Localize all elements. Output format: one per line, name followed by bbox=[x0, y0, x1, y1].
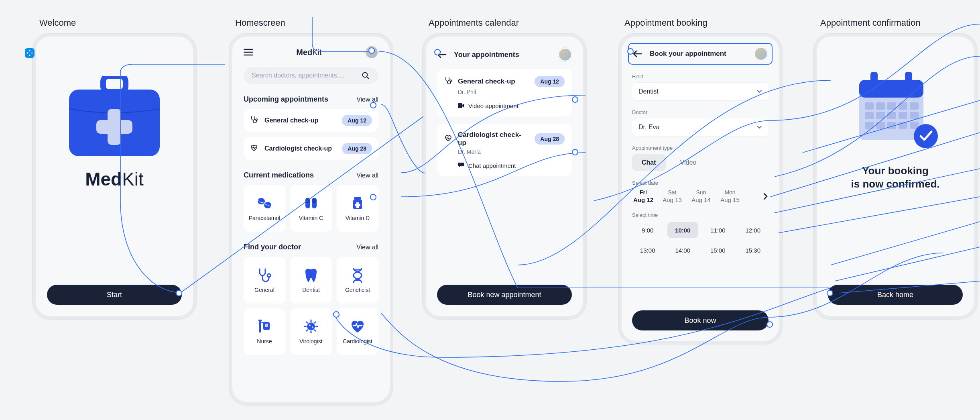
doctor-label: Geneticist bbox=[345, 287, 370, 293]
time-option[interactable]: 10:00 bbox=[667, 222, 699, 238]
time-option[interactable]: 13:00 bbox=[632, 242, 663, 258]
chevron-down-icon bbox=[756, 125, 762, 129]
svg-rect-57 bbox=[876, 112, 885, 119]
avatar[interactable] bbox=[754, 47, 768, 61]
doctor-value: Dr. Eva bbox=[638, 124, 659, 131]
svg-line-42 bbox=[314, 322, 316, 323]
svg-rect-51 bbox=[865, 102, 874, 110]
time-option[interactable]: 14:00 bbox=[667, 242, 699, 258]
doctor-label: General bbox=[254, 287, 274, 293]
chat-icon bbox=[458, 162, 464, 169]
svg-rect-59 bbox=[899, 112, 907, 119]
doctor-category-card[interactable]: Nurse bbox=[244, 308, 285, 355]
svg-rect-52 bbox=[876, 102, 885, 110]
date-option[interactable]: SatAug 13 bbox=[661, 189, 683, 203]
doctor-category-card[interactable]: General bbox=[244, 257, 285, 304]
svg-line-13 bbox=[367, 77, 369, 79]
heartbeat-icon bbox=[250, 144, 258, 153]
svg-rect-50 bbox=[905, 72, 912, 86]
upcoming-heading: Upcoming appointments bbox=[244, 95, 328, 104]
stethoscope-icon bbox=[444, 77, 452, 86]
doctor-category-card[interactable]: Dentist bbox=[290, 257, 332, 304]
view-all-medications-link[interactable]: View all bbox=[356, 172, 378, 179]
medication-label: Paracetamol bbox=[249, 215, 281, 221]
flow-node bbox=[368, 47, 375, 54]
svg-rect-60 bbox=[910, 112, 919, 119]
svg-rect-61 bbox=[865, 122, 874, 129]
svg-rect-30 bbox=[258, 320, 262, 321]
time-option[interactable]: 12:00 bbox=[738, 222, 769, 238]
doctor-category-card[interactable]: Geneticist bbox=[337, 257, 378, 304]
phone-calendar: Your appointments General check-up Aug 1… bbox=[422, 33, 587, 320]
doctor-name: Dr. Marla bbox=[458, 149, 565, 155]
screen-label-welcome: Welcome bbox=[39, 18, 76, 28]
medication-card[interactable]: Vitamin C bbox=[290, 185, 332, 232]
tooth-icon bbox=[304, 267, 318, 283]
type-chat-button[interactable]: Chat bbox=[632, 154, 666, 171]
doctor-select[interactable]: Dr. Eva bbox=[632, 118, 769, 136]
stethoscope-icon bbox=[250, 116, 258, 125]
heart-pulse-icon bbox=[350, 319, 365, 334]
phone-confirm: Your booking is now confirmed. Back home bbox=[813, 33, 978, 320]
screen-label-confirm: Appointment confirmation bbox=[820, 18, 920, 28]
appointment-type: Chat appointment bbox=[468, 162, 516, 169]
calendar-confirmed-icon bbox=[851, 68, 939, 152]
date-option[interactable]: MonAug 15 bbox=[719, 189, 741, 203]
time-option[interactable]: 15:30 bbox=[738, 242, 769, 258]
appointment-card[interactable]: General check-up Aug 12 Dr. Phil Video a… bbox=[437, 69, 572, 116]
date-pill: Aug 12 bbox=[535, 76, 565, 87]
svg-rect-54 bbox=[899, 102, 907, 110]
field-label: Select time bbox=[632, 212, 769, 218]
back-arrow-icon[interactable] bbox=[633, 50, 642, 58]
selected-header-group: Book your appointment bbox=[628, 43, 773, 65]
svg-rect-56 bbox=[865, 112, 874, 119]
appointment-card[interactable]: Cardiologist check-up Aug 28 Dr. Marla C… bbox=[437, 124, 572, 176]
svg-line-41 bbox=[306, 330, 308, 331]
medication-card[interactable]: Vitamin D bbox=[337, 185, 378, 232]
svg-rect-21 bbox=[312, 198, 317, 203]
svg-point-45 bbox=[450, 80, 451, 82]
start-button[interactable]: Start bbox=[47, 285, 182, 305]
book-now-button[interactable]: Book now bbox=[632, 310, 769, 330]
appointment-label: Cardiologist check-up bbox=[264, 145, 335, 152]
doctor-category-card[interactable]: Virologist bbox=[290, 308, 332, 355]
svg-rect-46 bbox=[458, 103, 462, 108]
appointment-item[interactable]: General check-up Aug 12 bbox=[244, 109, 378, 132]
time-option[interactable]: 11:00 bbox=[702, 222, 734, 238]
screen-label-home: Homescreen bbox=[235, 18, 285, 28]
doctor-label: Cardiologist bbox=[343, 338, 372, 345]
svg-line-40 bbox=[314, 330, 316, 331]
field-select[interactable]: Dentist bbox=[632, 83, 769, 100]
date-option[interactable]: FriAug 12 bbox=[632, 189, 655, 203]
field-label: Field bbox=[632, 73, 769, 80]
medication-label: Vitamin D bbox=[346, 215, 370, 221]
appointment-item[interactable]: Cardiologist check-up Aug 28 bbox=[244, 137, 378, 160]
doctor-category-card[interactable]: Cardiologist bbox=[337, 308, 378, 355]
back-home-button[interactable]: Back home bbox=[828, 285, 963, 305]
menu-icon[interactable] bbox=[244, 49, 253, 56]
svg-rect-0 bbox=[29, 50, 30, 51]
find-doctor-heading: Find your doctor bbox=[244, 243, 301, 251]
doctor-label: Dentist bbox=[302, 287, 320, 293]
view-all-appointments-link[interactable]: View all bbox=[356, 96, 378, 103]
capsules-icon bbox=[303, 196, 319, 211]
svg-rect-62 bbox=[876, 122, 885, 129]
svg-line-39 bbox=[306, 322, 308, 323]
search-input[interactable] bbox=[244, 67, 378, 84]
field-label: Select date bbox=[632, 180, 769, 186]
search-icon[interactable] bbox=[362, 71, 370, 80]
phone-welcome: MedKit Start bbox=[32, 33, 197, 320]
book-new-appointment-button[interactable]: Book new appointment bbox=[437, 285, 572, 305]
time-option[interactable]: 9:00 bbox=[632, 222, 663, 238]
svg-rect-32 bbox=[265, 324, 268, 327]
medication-card[interactable]: Paracetamol bbox=[244, 185, 285, 232]
type-video-button[interactable]: Video bbox=[671, 154, 706, 171]
avatar[interactable] bbox=[558, 48, 572, 61]
date-option[interactable]: SunAug 14 bbox=[690, 189, 712, 203]
time-option[interactable]: 15:00 bbox=[702, 242, 734, 258]
svg-rect-29 bbox=[259, 320, 261, 332]
medkit-logo-icon bbox=[69, 76, 160, 156]
chevron-right-icon[interactable] bbox=[763, 192, 769, 200]
view-all-doctors-link[interactable]: View all bbox=[356, 244, 378, 251]
chevron-down-icon bbox=[756, 90, 762, 94]
